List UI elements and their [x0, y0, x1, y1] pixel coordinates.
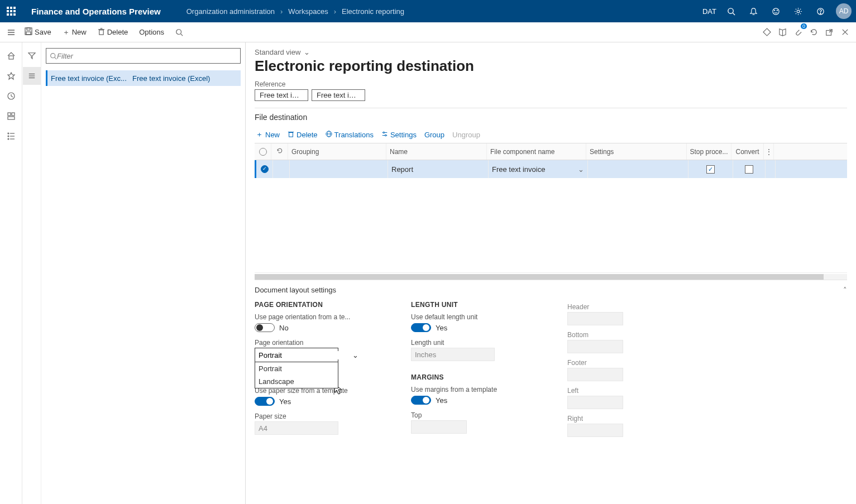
breadcrumb-org-admin[interactable]: Organization administration: [186, 7, 275, 16]
book-icon[interactable]: [774, 25, 790, 40]
toggle-value: No: [279, 324, 289, 332]
svg-rect-36: [8, 113, 11, 116]
col-stop[interactable]: Stop proce...: [687, 143, 731, 160]
svg-point-17: [820, 13, 820, 13]
page-orientation-combo[interactable]: ⌄ Portrait Landscape: [255, 348, 338, 362]
cell-name[interactable]: Report: [388, 160, 489, 178]
delete-button[interactable]: Delete: [93, 26, 133, 39]
chevron-down-icon[interactable]: ⌄: [578, 165, 584, 174]
attach-icon[interactable]: 0: [790, 25, 806, 40]
margin-left-label: Left: [567, 387, 701, 395]
length-unit-field: Inches: [411, 348, 495, 361]
bell-icon[interactable]: [742, 0, 764, 22]
filter-input[interactable]: [57, 52, 237, 60]
grid-group-button[interactable]: Group: [424, 131, 444, 139]
select-all-radio[interactable]: [259, 148, 267, 156]
svg-rect-0: [7, 7, 9, 9]
popout-icon[interactable]: [821, 25, 837, 40]
cell-grouping[interactable]: [290, 160, 388, 178]
col-convert[interactable]: Convert: [731, 143, 764, 160]
file-destination-grid: Grouping Name File component name Settin…: [255, 143, 847, 280]
grid-toolbar: ＋New Delete Translations Settings Group …: [255, 126, 847, 143]
svg-point-57: [383, 132, 385, 133]
gear-icon[interactable]: [787, 0, 809, 22]
menu-icon[interactable]: [3, 25, 19, 40]
svg-point-39: [8, 133, 9, 134]
cell-file-component[interactable]: Free text invoice⌄: [489, 160, 588, 178]
breadcrumb-electronic-reporting[interactable]: Electronic reporting: [342, 7, 404, 16]
use-default-length-toggle[interactable]: [411, 323, 431, 332]
filter-icon[interactable]: [23, 47, 41, 65]
avatar[interactable]: AD: [836, 3, 852, 19]
file-destination-header[interactable]: File destination: [255, 108, 847, 126]
page-orientation-input[interactable]: [259, 351, 352, 359]
list-icon[interactable]: [23, 67, 41, 85]
combo-option-landscape[interactable]: Landscape: [255, 375, 338, 388]
length-unit-label: Length unit: [411, 339, 545, 347]
chevron-down-icon[interactable]: ⌄: [352, 351, 358, 359]
options-button[interactable]: Options: [135, 26, 169, 39]
margin-top-label: Top: [411, 411, 545, 419]
use-margins-template-toggle[interactable]: [411, 396, 431, 405]
filter-input-wrap[interactable]: [46, 48, 241, 64]
list-item[interactable]: Free text invoice (Exc... Free text invo…: [46, 70, 241, 86]
combo-option-portrait[interactable]: Portrait: [255, 362, 338, 375]
convert-checkbox[interactable]: [745, 165, 753, 174]
search-icon[interactable]: [720, 0, 742, 22]
breadcrumb-workspaces[interactable]: Workspaces: [288, 7, 328, 16]
reference-value-1[interactable]: Free text inv...: [255, 89, 308, 101]
svg-rect-7: [10, 13, 12, 16]
margin-right-label: Right: [567, 415, 701, 423]
help-icon[interactable]: [809, 0, 831, 22]
grid-new-button[interactable]: ＋New: [256, 129, 280, 140]
search-button[interactable]: [171, 26, 188, 39]
new-button[interactable]: ＋New: [58, 25, 91, 40]
svg-point-27: [176, 29, 181, 34]
svg-rect-50: [289, 132, 293, 137]
col-more-icon[interactable]: ⋮: [764, 143, 774, 160]
refresh-icon[interactable]: [806, 25, 821, 40]
list-item-col2: Free text invoice (Excel): [132, 74, 237, 83]
view-selector[interactable]: Standard view⌄: [255, 48, 847, 56]
workspace-icon[interactable]: [2, 107, 20, 125]
grid-translations-button[interactable]: Translations: [326, 131, 374, 139]
recent-icon[interactable]: [2, 87, 20, 105]
toggle-value: Yes: [436, 396, 447, 405]
grid-delete-button[interactable]: Delete: [288, 131, 318, 139]
chevron-up-icon: ˄: [843, 286, 847, 294]
svg-point-41: [8, 138, 9, 140]
svg-rect-37: [12, 113, 15, 116]
star-icon[interactable]: [2, 67, 20, 85]
col-settings[interactable]: Settings: [586, 143, 687, 160]
app-launcher-icon[interactable]: [0, 0, 22, 22]
cell-settings[interactable]: [588, 160, 688, 178]
stop-checkbox[interactable]: [706, 165, 715, 174]
refresh-icon[interactable]: [276, 147, 283, 156]
smile-icon[interactable]: [764, 0, 787, 22]
modules-icon[interactable]: [2, 127, 20, 145]
home-icon[interactable]: [2, 47, 20, 65]
col-file-component[interactable]: File component name: [487, 143, 586, 160]
page-title: Electronic reporting destination: [255, 57, 847, 75]
grid-settings-button[interactable]: Settings: [381, 131, 417, 139]
col-name[interactable]: Name: [386, 143, 487, 160]
use-paper-template-toggle[interactable]: [255, 397, 275, 406]
diamond-icon[interactable]: [759, 25, 774, 40]
reference-value-2[interactable]: Free text inv...: [312, 89, 365, 101]
svg-rect-38: [8, 117, 15, 119]
col-grouping[interactable]: Grouping: [288, 143, 386, 160]
use-orientation-template-toggle[interactable]: [255, 323, 275, 332]
row-select-radio[interactable]: [261, 165, 269, 173]
paper-size-field: A4: [255, 421, 338, 435]
entity-label[interactable]: DAT: [702, 7, 716, 16]
save-button[interactable]: Save: [20, 25, 56, 39]
svg-rect-22: [27, 28, 30, 30]
close-icon[interactable]: [837, 25, 853, 40]
page-orientation-label: Page orientation: [255, 339, 389, 347]
chevron-down-icon: ⌄: [304, 48, 310, 56]
document-layout-header[interactable]: Document layout settings ˄: [255, 280, 847, 297]
grid-hscrollbar[interactable]: [255, 274, 847, 280]
table-row[interactable]: Report Free text invoice⌄: [255, 160, 847, 178]
page-orientation-head: PAGE ORIENTATION: [255, 301, 389, 309]
page-orientation-dropdown: Portrait Landscape: [255, 362, 338, 388]
